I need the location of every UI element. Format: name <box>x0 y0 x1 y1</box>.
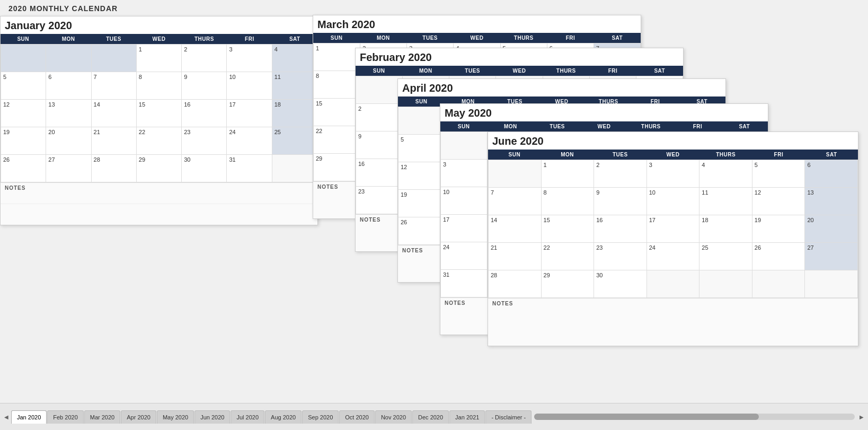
tab-jan-2021[interactable]: Jan 2021 <box>449 410 485 424</box>
table-row: 5 <box>398 135 445 162</box>
table-row: 7 <box>489 188 542 215</box>
february-title: February 2020 <box>356 48 683 66</box>
table-row: 16 <box>594 215 647 243</box>
table-row: 9 <box>182 72 227 100</box>
table-row: 29 <box>542 270 595 298</box>
table-row <box>647 270 700 298</box>
table-row: 17 <box>227 100 272 127</box>
table-row <box>356 76 403 104</box>
june-grid: 1 2 3 4 5 6 7 8 9 10 11 12 13 14 15 16 1… <box>488 160 858 298</box>
table-row: 10 <box>441 187 488 215</box>
table-row: 9 <box>594 188 647 215</box>
tab-bar: ◀ Jan 2020 Feb 2020 Mar 2020 Apr 2020 Ma… <box>0 403 868 430</box>
june-header: SUN MON TUES WED THURS FRI SAT <box>488 150 858 160</box>
january-title: January 2020 <box>1 16 317 34</box>
table-row: 5 <box>1 72 46 100</box>
table-row: 3 <box>647 160 700 188</box>
tab-oct-2020[interactable]: Oct 2020 <box>339 410 375 424</box>
table-row: 19 <box>1 127 46 155</box>
table-row: 25 <box>272 127 317 155</box>
table-row: 10 <box>227 72 272 100</box>
march-title: March 2020 <box>313 15 641 33</box>
table-row <box>699 270 752 298</box>
tab-feb-2020[interactable]: Feb 2020 <box>47 410 83 424</box>
february-header: SUN MON TUES WED THURS FRI SAT <box>356 66 683 76</box>
table-row: 27 <box>805 243 858 270</box>
table-row: 20 <box>805 215 858 243</box>
table-row: 10 <box>647 188 700 215</box>
table-row: 22 <box>542 243 595 270</box>
table-row: 1 <box>137 45 182 72</box>
table-row: 28 <box>489 270 542 298</box>
table-row: 26 <box>752 243 805 270</box>
table-row <box>92 45 137 72</box>
table-row: 16 <box>182 100 227 127</box>
tab-apr-2020[interactable]: Apr 2020 <box>121 410 156 424</box>
table-row: 24 <box>227 127 272 155</box>
table-row: 31 <box>227 155 272 182</box>
tab-disclaimer[interactable]: - Disclaimer - <box>485 410 532 424</box>
tab-mar-2020[interactable]: Mar 2020 <box>84 410 120 424</box>
table-row: 23 <box>356 187 403 214</box>
tab-scroll-left[interactable]: ◀ <box>2 413 11 421</box>
table-row <box>752 270 805 298</box>
table-row: 9 <box>356 131 403 159</box>
table-row: 2 <box>594 160 647 188</box>
tab-jun-2020[interactable]: Jun 2020 <box>194 410 230 424</box>
table-row: 24 <box>647 243 700 270</box>
may-title: May 2020 <box>440 104 768 121</box>
table-row: 24 <box>441 242 488 270</box>
table-row: 17 <box>647 215 700 243</box>
table-row: 21 <box>92 127 137 155</box>
table-row: 11 <box>699 188 752 215</box>
march-header: SUN MON TUES WED THURS FRI SAT <box>313 33 641 43</box>
page-title: 2020 MONTHLY CALENDAR <box>8 4 118 13</box>
table-row: 29 <box>314 154 360 181</box>
tab-jul-2020[interactable]: Jul 2020 <box>231 410 264 424</box>
table-row: 18 <box>699 215 752 243</box>
table-row: 2 <box>182 45 227 72</box>
table-row: 15 <box>314 99 360 126</box>
table-row: 31 <box>441 270 488 297</box>
table-row: 19 <box>752 215 805 243</box>
table-row: 12 <box>398 162 445 190</box>
january-header: SUN MON TUES WED THURS FRI SAT <box>1 34 317 44</box>
tab-dec-2020[interactable]: Dec 2020 <box>412 410 449 424</box>
tab-scroll-right[interactable]: ▶ <box>857 413 866 421</box>
table-row: 8 <box>137 72 182 100</box>
table-row: 4 <box>272 45 317 72</box>
table-row <box>398 107 445 135</box>
table-row: 26 <box>398 217 445 245</box>
table-row: 18 <box>272 100 317 127</box>
table-row: 22 <box>314 126 360 154</box>
table-row <box>805 270 858 298</box>
tab-nov-2020[interactable]: Nov 2020 <box>375 410 412 424</box>
table-row: 2 <box>356 104 403 131</box>
table-row: 29 <box>137 155 182 182</box>
table-row: 30 <box>594 270 647 298</box>
june-title: June 2020 <box>488 132 858 150</box>
table-row: 5 <box>752 160 805 188</box>
table-row: 6 <box>46 72 91 100</box>
table-row: 14 <box>92 100 137 127</box>
table-row: 13 <box>46 100 91 127</box>
tab-sep-2020[interactable]: Sep 2020 <box>302 410 339 424</box>
table-row: 8 <box>314 71 360 99</box>
tab-scrollbar-thumb <box>534 414 758 420</box>
table-row: 21 <box>489 243 542 270</box>
table-row: 22 <box>137 127 182 155</box>
table-row <box>46 45 91 72</box>
table-row: 16 <box>356 159 403 187</box>
table-row: 25 <box>699 243 752 270</box>
tab-may-2020[interactable]: May 2020 <box>157 410 194 424</box>
table-row: 7 <box>92 72 137 100</box>
table-row: 28 <box>92 155 137 182</box>
table-row: 1 <box>542 160 595 188</box>
table-row <box>489 160 542 188</box>
april-title: April 2020 <box>398 79 725 96</box>
table-row: 20 <box>46 127 91 155</box>
table-row: 19 <box>398 190 445 217</box>
tab-aug-2020[interactable]: Aug 2020 <box>265 410 302 424</box>
tab-jan-2020[interactable]: Jan 2020 <box>11 410 47 424</box>
tab-scrollbar[interactable] <box>534 414 855 420</box>
